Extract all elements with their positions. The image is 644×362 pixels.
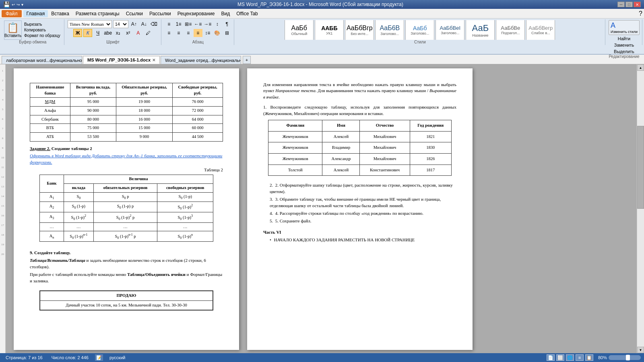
font-group: Times New Roman 14 A↑ A↓ ⌫ Ж К Ч abe x₂ … (65, 19, 161, 45)
editing-controls: А Изменить стили Найти Заменить Выделить (609, 20, 640, 54)
format-painter-button[interactable]: Формат по образцу (23, 33, 62, 38)
menu-mailings[interactable]: Рассылки (146, 10, 174, 17)
paragraph-bottom: ≡ ≡ ≡ ≡ ↕≡ 🎨 ⊞ (165, 29, 231, 37)
page-1: Наименование банка Величина вклада, руб.… (14, 68, 239, 350)
paragraph-top: ≡ 1≡ ⊞≡ ←≡ →≡ ↕ ¶ (165, 20, 231, 28)
help-button[interactable]: ? (639, 10, 642, 17)
highlight-button[interactable]: 🖊 (144, 29, 153, 37)
superscript-button[interactable]: x² (124, 29, 132, 37)
style-subtitle[interactable]: АаБбВе Подзагол... (496, 20, 525, 40)
font-top-controls: Times New Roman 14 A↑ A↓ ⌫ (68, 20, 159, 28)
page-info[interactable]: Страница: 7 из 16 (3, 355, 45, 360)
underline-button[interactable]: Ч (93, 29, 102, 37)
style-heading3[interactable]: АаБбВеI Заголово... (436, 20, 464, 40)
outline-view-button[interactable]: ≡ (576, 354, 584, 361)
justify-button[interactable]: ≡ (194, 29, 202, 37)
menu-review[interactable]: Рецензирование (174, 10, 218, 17)
tab-1[interactable]: MS Word_ЛР_ЭЭ36-16-1.docx ✕ (83, 56, 160, 64)
styles-label: Стили (414, 40, 426, 44)
maximize-button[interactable]: □ (625, 2, 633, 7)
menu-file[interactable]: Файл (2, 10, 22, 17)
menu-office-tab[interactable]: Office Tab (233, 10, 261, 17)
word-count[interactable]: Число слов: 2 446 (49, 355, 91, 360)
font-name-select[interactable]: Times New Roman (68, 20, 112, 28)
scroll-track[interactable] (637, 71, 644, 347)
style-uk1[interactable]: ААББ УК1 (315, 20, 344, 40)
clipboard-group: 📋 Вставить Вырезать Копировать Формат по… (2, 19, 64, 45)
tab-0[interactable]: лабораторная word...функциональности] ✕ (2, 56, 82, 64)
sort-button[interactable]: ↕ (213, 20, 222, 28)
editing-group: А Изменить стили Найти Заменить Выделить… (606, 19, 642, 45)
scroll-down-button[interactable]: ▼ (637, 347, 644, 353)
style-title[interactable]: АаБ Название (466, 20, 495, 40)
multilevel-button[interactable]: ⊞≡ (184, 20, 193, 28)
clear-format-button[interactable]: ⌫ (150, 20, 159, 28)
subscript-button[interactable]: x₂ (114, 29, 122, 37)
bold-button[interactable]: Ж (73, 29, 82, 37)
tab-2[interactable]: Word_задание отред...функциональности] ✕ (161, 56, 241, 64)
style-subtle[interactable]: АаБбВегр Слабое в... (526, 20, 555, 40)
style-no-spacing[interactable]: АаБбВгр Без инте... (345, 20, 374, 40)
table-3: Фамилия Имя Отчество Год рождения Жемчуж… (268, 120, 452, 176)
strikethrough-button[interactable]: abe (103, 29, 112, 37)
bullets-button[interactable]: ≡ (165, 20, 173, 28)
menu-references[interactable]: Ссылки (123, 10, 146, 17)
menu-insert[interactable]: Вставка (48, 10, 72, 17)
text-color-button[interactable]: A (134, 29, 142, 37)
print-view-button[interactable]: 📄 (547, 354, 555, 361)
scroll-up-button[interactable]: ▲ (637, 64, 644, 71)
shading-button[interactable]: 🎨 (213, 29, 222, 37)
style-heading1[interactable]: АаБ6В Заголово... (375, 20, 404, 40)
zoom-slider[interactable] (609, 355, 641, 360)
scroll-thumb[interactable] (637, 126, 644, 209)
style-heading2[interactable]: АаБб Заголово... (405, 20, 434, 40)
copy-button[interactable]: Копировать (23, 27, 62, 33)
menu-view[interactable]: Вид (218, 10, 233, 17)
shrink-font-button[interactable]: A↓ (140, 20, 149, 28)
web-view-button[interactable]: 🌐 (566, 354, 574, 361)
italic-button[interactable]: К (83, 29, 92, 37)
close-button[interactable]: ✕ (634, 2, 641, 7)
new-tab-button[interactable]: + (243, 56, 251, 64)
spell-check-icon[interactable]: 📝 (95, 354, 103, 361)
find-button[interactable]: Найти (617, 36, 632, 41)
font-size-select[interactable]: 14 (113, 20, 128, 28)
table-row: МДМ 95 000 19 000 76 000 (30, 98, 223, 107)
cut-button[interactable]: Вырезать (23, 22, 62, 27)
ribbon: 📋 Вставить Вырезать Копировать Формат по… (0, 19, 644, 55)
task9-section: 9. Создайте таблицу. Таблица/Вставить/Та… (30, 250, 223, 284)
menu-home[interactable]: Главная (23, 10, 48, 17)
table-row: Аn S0 (1-p)n-1 S0 (1-p)n-1 p S0 (1-p)n (40, 231, 213, 242)
full-screen-button[interactable]: ⬜ (556, 354, 564, 361)
borders-button[interactable]: ⊞ (223, 29, 231, 37)
grow-font-button[interactable]: A↑ (130, 20, 138, 28)
decrease-indent-button[interactable]: ←≡ (194, 20, 202, 28)
align-right-button[interactable]: ≡ (184, 29, 193, 37)
show-marks-button[interactable]: ¶ (223, 20, 231, 28)
minimize-button[interactable]: ─ (617, 2, 625, 7)
align-left-button[interactable]: ≡ (165, 29, 173, 37)
numbering-button[interactable]: 1≡ (174, 20, 183, 28)
tab-1-close[interactable]: ✕ (152, 58, 155, 62)
increase-indent-button[interactable]: →≡ (203, 20, 212, 28)
ad-body: Дачный участок 10 соток, на 5 км. Мельни… (40, 300, 213, 310)
table1-header-2: Обязательные резервы, руб. (116, 83, 172, 98)
font-label: Шрифт (106, 40, 120, 44)
line-spacing-button[interactable]: ↕≡ (203, 29, 212, 37)
replace-button[interactable]: Заменить (613, 42, 635, 48)
tabbar: лабораторная word...функциональности] ✕ … (0, 55, 644, 64)
styles-list: АаБб Обычный ААББ УК1 АаБбВгр Без инте..… (285, 20, 555, 40)
language[interactable]: русский (107, 355, 128, 360)
style-normal[interactable]: АаБб Обычный (285, 20, 314, 40)
change-style-button[interactable]: А Изменить стили (609, 20, 640, 35)
ribbon-content: 📋 Вставить Вырезать Копировать Формат по… (0, 19, 644, 46)
draft-view-button[interactable]: 📋 (585, 354, 593, 361)
left-ruler: 1 2 3 4 5 6 7 8 9 10 11 12 13 14 15 16 1… (0, 64, 6, 353)
select-button[interactable]: Выделить (613, 49, 636, 54)
task2-heading: Задание 2. Создание таблицы 2 (30, 146, 223, 152)
paste-button[interactable]: 📋 Вставить (4, 21, 22, 40)
menu-page-layout[interactable]: Разметка страницы (72, 10, 123, 17)
align-center-button[interactable]: ≡ (174, 29, 183, 37)
ad-heading: ПРОДАЮ (40, 291, 213, 300)
document-area[interactable]: Наименование банка Величина вклада, руб.… (6, 64, 637, 353)
